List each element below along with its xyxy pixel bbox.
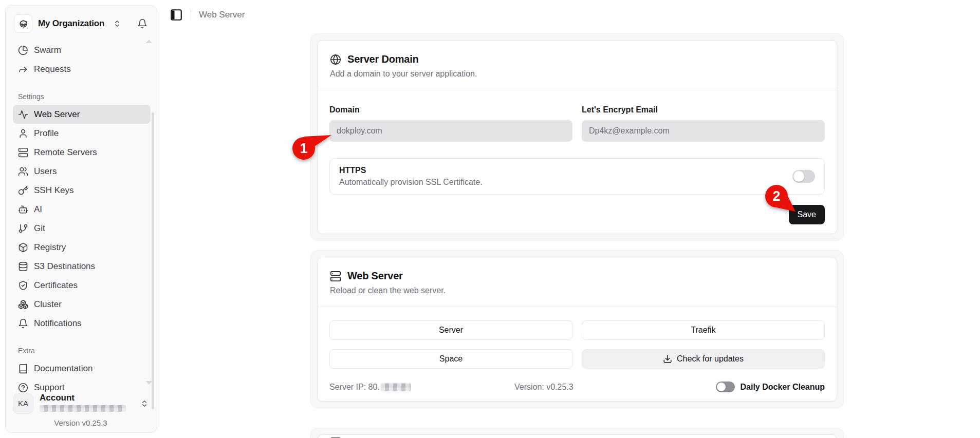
sidebar-item-users[interactable]: Users xyxy=(13,162,151,181)
sidebar-item-profile[interactable]: Profile xyxy=(13,124,151,143)
sidebar-item-label: Requests xyxy=(34,64,71,74)
boxes-icon xyxy=(18,299,28,310)
sidebar-item-label: Remote Servers xyxy=(34,147,97,158)
https-setting-row: HTTPS Automatically provision SSL Certif… xyxy=(329,158,825,195)
sidebar-item-label: Web Server xyxy=(34,109,80,120)
domain-input[interactable] xyxy=(329,120,572,142)
annotation-step-1-badge: 1 xyxy=(291,132,335,164)
sidebar-item-label: Users xyxy=(34,166,57,177)
chevrons-up-down-icon[interactable] xyxy=(140,399,149,408)
sidebar-item-label: AI xyxy=(34,204,42,215)
server-ip-redacted xyxy=(381,383,411,391)
svg-text:1: 1 xyxy=(300,141,307,156)
sidebar-item-label: Certificates xyxy=(34,280,78,291)
sidebar-nav: Swarm Requests Settings Web Server Profi… xyxy=(13,41,151,397)
sidebar-item-swarm[interactable]: Swarm xyxy=(13,41,151,60)
next-section-partial xyxy=(310,428,844,438)
sidebar-item-web-server[interactable]: Web Server xyxy=(13,105,151,124)
sidebar-item-label: SSH Keys xyxy=(34,185,73,196)
sidebar-item-certificates[interactable]: Certificates xyxy=(13,276,151,295)
https-label: HTTPS xyxy=(339,166,483,175)
key-icon xyxy=(18,185,28,196)
chevrons-up-down-icon[interactable] xyxy=(113,20,121,28)
bell-icon xyxy=(18,318,28,329)
sidebar-item-label: Documentation xyxy=(34,364,93,374)
sidebar-item-git[interactable]: Git xyxy=(13,219,151,238)
svg-text:2: 2 xyxy=(772,188,780,204)
card-title: Server Domain xyxy=(347,53,419,65)
webserver-version: Version: v0.25.3 xyxy=(514,383,716,392)
sidebar-item-registry[interactable]: Registry xyxy=(13,238,151,257)
sidebar-item-label: S3 Destinations xyxy=(34,261,95,272)
package-icon xyxy=(18,242,28,253)
daily-docker-cleanup-label: Daily Docker Cleanup xyxy=(741,383,825,392)
org-switcher[interactable]: My Organization xyxy=(13,13,151,34)
sidebar: My Organization Swarm Requests Settings … xyxy=(5,5,157,433)
server-button[interactable]: Server xyxy=(329,320,572,340)
card-subtitle: Add a domain to your server application. xyxy=(330,69,824,79)
sidebar-item-remote-servers[interactable]: Remote Servers xyxy=(13,143,151,162)
space-button[interactable]: Space xyxy=(329,349,572,369)
download-icon xyxy=(663,354,672,364)
forward-arrow-icon xyxy=(18,64,28,74)
git-branch-icon xyxy=(18,223,28,234)
annotation-step-2-badge: 2 xyxy=(763,183,807,217)
org-name: My Organization xyxy=(38,18,104,29)
sidebar-item-documentation[interactable]: Documentation xyxy=(13,359,151,378)
server-domain-card: Server Domain Add a domain to your serve… xyxy=(317,40,837,234)
web-server-section: Web Server Reload or clean the web serve… xyxy=(310,250,844,408)
sidebar-item-label: Profile xyxy=(34,128,59,139)
sidebar-item-ssh-keys[interactable]: SSH Keys xyxy=(13,181,151,200)
globe-icon xyxy=(330,54,341,65)
book-icon xyxy=(18,364,28,374)
server-icon xyxy=(330,271,341,282)
database-icon xyxy=(18,261,28,272)
web-server-card: Web Server Reload or clean the web serve… xyxy=(317,257,837,402)
shield-check-icon xyxy=(18,280,28,291)
sidebar-item-label: Git xyxy=(34,223,45,234)
org-logo-icon xyxy=(14,14,32,33)
sidebar-item-label: Swarm xyxy=(34,45,61,55)
sidebar-item-requests[interactable]: Requests xyxy=(13,60,151,79)
lets-encrypt-email-label: Let's Encrypt Email xyxy=(582,105,825,115)
https-toggle[interactable] xyxy=(792,170,815,183)
users-icon xyxy=(18,166,28,177)
sidebar-item-label: Notifications xyxy=(34,318,82,329)
account-email-redacted xyxy=(40,405,126,412)
card-subtitle: Reload or clean the web server. xyxy=(330,286,824,295)
notifications-bell-icon[interactable] xyxy=(137,18,147,29)
account-label: Account xyxy=(40,393,126,403)
server-ip-label: Server IP: 80. xyxy=(329,383,380,392)
breadcrumb: Web Server xyxy=(199,10,245,20)
pie-chart-icon xyxy=(18,45,28,55)
traefik-button[interactable]: Traefik xyxy=(582,320,825,340)
server-icon xyxy=(18,147,28,158)
section-label-extra: Extra xyxy=(13,347,151,355)
sidebar-item-ai[interactable]: AI xyxy=(13,200,151,219)
lets-encrypt-email-input[interactable] xyxy=(582,120,825,142)
sidebar-item-notifications[interactable]: Notifications xyxy=(13,314,151,333)
domain-label: Domain xyxy=(329,105,572,115)
avatar: KA xyxy=(13,393,33,414)
sidebar-item-label: Cluster xyxy=(34,299,62,310)
sidebar-version: Version v0.25.3 xyxy=(13,418,149,427)
check-for-updates-button[interactable]: Check for updates xyxy=(582,349,825,369)
sidebar-scrollbar[interactable] xyxy=(152,112,154,409)
activity-icon xyxy=(18,109,28,120)
scroll-up-indicator xyxy=(146,40,152,43)
section-label-settings: Settings xyxy=(13,92,151,101)
topbar: Web Server xyxy=(170,8,245,22)
sidebar-toggle-button[interactable] xyxy=(170,8,183,22)
sidebar-item-s3-destinations[interactable]: S3 Destinations xyxy=(13,257,151,276)
user-icon xyxy=(18,128,28,139)
https-description: Automatically provision SSL Certificate. xyxy=(339,178,483,187)
account-menu[interactable]: KA Account xyxy=(13,393,149,414)
sidebar-item-label: Registry xyxy=(34,242,66,253)
bot-icon xyxy=(18,204,28,215)
daily-docker-cleanup-toggle[interactable] xyxy=(716,382,735,392)
topbar-divider xyxy=(191,9,191,21)
card-title: Web Server xyxy=(347,270,403,282)
sidebar-item-cluster[interactable]: Cluster xyxy=(13,295,151,314)
